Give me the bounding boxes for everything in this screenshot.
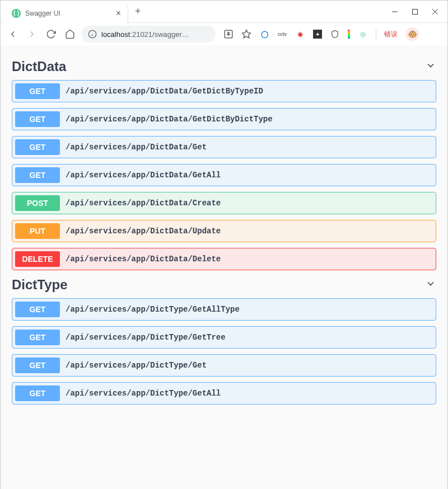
url-host: localhost	[101, 30, 130, 39]
http-method-badge: GET	[15, 385, 60, 401]
operation-path: /api/services/app/DictType/GetTree	[66, 333, 226, 342]
swagger-favicon: { }	[12, 9, 21, 18]
svg-rect-1	[413, 9, 418, 14]
home-button[interactable]	[62, 26, 78, 42]
http-method-badge: DELETE	[15, 251, 60, 267]
http-method-badge: POST	[15, 195, 60, 211]
http-method-badge: GET	[15, 358, 60, 373]
operation-row[interactable]: GET/api/services/app/DictType/GetAll	[12, 382, 436, 405]
close-window-icon[interactable]	[432, 8, 438, 15]
extension-icon-1[interactable]: ◯	[259, 29, 269, 39]
star-icon[interactable]	[241, 29, 251, 39]
translate-icon[interactable]	[223, 29, 234, 39]
operation-path: /api/services/app/DictData/Delete	[66, 255, 221, 264]
tab-title: Swagger UI	[25, 10, 111, 17]
http-method-badge: GET	[15, 302, 60, 317]
http-method-badge: GET	[15, 139, 60, 155]
operation-row[interactable]: GET/api/services/app/DictData/GetDictByT…	[12, 80, 436, 102]
section-title: DictData	[12, 59, 66, 74]
operation-row[interactable]: POST/api/services/app/DictData/Create	[12, 192, 436, 214]
operation-row[interactable]: GET/api/services/app/DictType/Get	[12, 354, 436, 377]
chevron-down-icon[interactable]	[425, 60, 436, 73]
url-port: :21021	[130, 30, 152, 39]
site-info-icon[interactable]	[88, 30, 97, 39]
operation-list: GET/api/services/app/DictData/GetDictByT…	[12, 80, 436, 270]
operation-list: GET/api/services/app/DictType/GetAllType…	[12, 298, 436, 405]
url-text: localhost:21021/swagger…	[101, 30, 189, 39]
operation-path: /api/services/app/DictData/Create	[66, 199, 221, 208]
operation-path: /api/services/app/DictData/GetDictByType…	[66, 87, 263, 96]
browser-window: { } Swagger UI × + localhost:21021/swagg…	[0, 0, 448, 489]
operation-path: /api/services/app/DictData/Update	[66, 227, 221, 236]
http-method-badge: GET	[15, 83, 60, 99]
url-path: /swagger…	[152, 30, 189, 39]
extension-icon-7[interactable]: ◎	[358, 29, 368, 39]
extension-icon-5[interactable]	[330, 29, 340, 39]
operation-row[interactable]: PUT/api/services/app/DictData/Update	[12, 220, 436, 242]
section-header[interactable]: DictType	[12, 270, 436, 298]
nav-bar: localhost:21021/swagger… ◯ cctv ◉ ✦ ◎ 错误…	[1, 23, 447, 45]
operation-row[interactable]: GET/api/services/app/DictData/Get	[12, 136, 436, 158]
section-header[interactable]: DictData	[12, 52, 436, 80]
close-tab-icon[interactable]: ×	[116, 8, 121, 18]
http-method-badge: GET	[15, 330, 60, 345]
svg-marker-8	[242, 30, 251, 38]
window-controls	[391, 8, 447, 15]
maximize-icon[interactable]	[412, 8, 418, 15]
operation-path: /api/services/app/DictData/GetDictByDict…	[66, 115, 273, 124]
back-button[interactable]	[5, 26, 21, 42]
extension-icon-3[interactable]: ◉	[295, 29, 305, 39]
operation-row[interactable]: DELETE/api/services/app/DictData/Delete	[12, 248, 436, 270]
section-title: DictType	[12, 277, 68, 293]
error-badge[interactable]: 错误	[384, 30, 398, 39]
operation-row[interactable]: GET/api/services/app/DictData/GetDictByD…	[12, 108, 436, 130]
extension-icon-4[interactable]: ✦	[313, 30, 322, 39]
extension-icon-2[interactable]: cctv	[277, 29, 287, 39]
operation-path: /api/services/app/DictType/GetAll	[66, 389, 221, 398]
divider	[376, 29, 376, 40]
operation-path: /api/services/app/DictData/GetAll	[66, 171, 221, 180]
new-tab-button[interactable]: +	[128, 6, 148, 17]
forward-button[interactable]	[24, 26, 40, 42]
profile-avatar[interactable]: 🐵	[405, 27, 419, 41]
operation-path: /api/services/app/DictType/GetAllType	[66, 305, 240, 314]
http-method-badge: GET	[15, 111, 60, 127]
operation-path: /api/services/app/DictType/Get	[66, 361, 207, 370]
address-bar[interactable]: localhost:21021/swagger…	[81, 26, 216, 43]
operation-row[interactable]: GET/api/services/app/DictData/GetAll	[12, 164, 436, 186]
browser-tab[interactable]: { } Swagger UI ×	[5, 4, 128, 23]
minimize-icon[interactable]	[391, 8, 398, 15]
title-bar: { } Swagger UI × +	[1, 1, 447, 23]
operation-path: /api/services/app/DictData/Get	[66, 143, 207, 152]
http-method-badge: PUT	[15, 223, 60, 239]
reload-button[interactable]	[43, 26, 59, 42]
operation-row[interactable]: GET/api/services/app/DictType/GetTree	[12, 326, 436, 349]
extension-icons: ◯ cctv ◉ ✦ ◎ 错误 🐵	[223, 27, 419, 41]
http-method-badge: GET	[15, 167, 60, 183]
chevron-down-icon[interactable]	[425, 278, 436, 291]
page-content: DictDataGET/api/services/app/DictData/Ge…	[1, 45, 447, 489]
operation-row[interactable]: GET/api/services/app/DictType/GetAllType	[12, 298, 436, 321]
extension-icon-6[interactable]	[348, 30, 350, 39]
